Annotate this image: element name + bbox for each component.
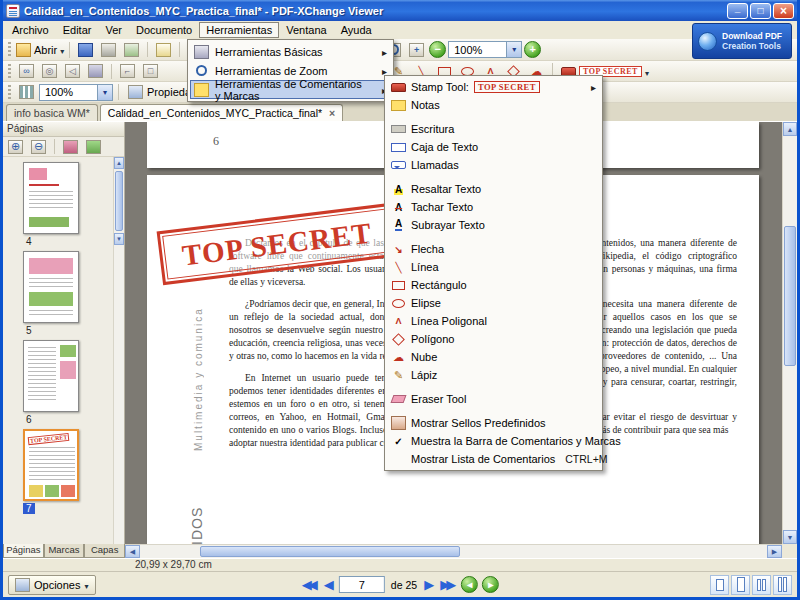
sidebar-tool-button[interactable] — [51, 137, 58, 156]
chevron-down-icon[interactable] — [506, 42, 521, 57]
panel-tab[interactable]: Capas — [84, 544, 125, 558]
menu-item[interactable]: Mostrar Lista de Comentarios CTRL+M — [387, 450, 600, 468]
toolbar-button[interactable] — [176, 40, 183, 59]
scrollbar-track[interactable] — [783, 136, 797, 530]
previous-view-button[interactable] — [461, 576, 478, 593]
page-number-input[interactable] — [339, 576, 385, 593]
thumbnail-page[interactable] — [23, 162, 79, 234]
toolbar-grip[interactable] — [8, 85, 11, 100]
toolbar-button[interactable] — [121, 40, 142, 59]
page-thumbnail[interactable]: 4 — [3, 159, 113, 248]
scroll-up-icon[interactable] — [783, 122, 797, 136]
toolbar-button[interactable] — [406, 40, 427, 59]
menu-bar-item[interactable]: Ayuda — [334, 22, 379, 38]
menu-bar-item[interactable]: Ventana — [279, 22, 333, 38]
sidebar-tool-button[interactable] — [28, 137, 49, 156]
panel-tab[interactable]: Páginas — [3, 544, 44, 558]
single-page-layout-button[interactable] — [710, 575, 729, 595]
continuous-facing-layout-button[interactable] — [773, 575, 792, 595]
chevron-down-icon[interactable] — [97, 85, 112, 100]
scroll-down-icon[interactable] — [114, 233, 124, 245]
sidebar-tool-button[interactable] — [83, 137, 104, 156]
secondary-zoom-combo[interactable]: 100% — [39, 84, 113, 101]
zoom-in-button[interactable] — [524, 41, 541, 58]
toolbar-button[interactable] — [75, 40, 96, 59]
menu-item[interactable]: Caja de Texto — [387, 138, 600, 156]
menu-bar-item[interactable]: Documento — [129, 22, 199, 38]
menu-bar-item[interactable]: Ver — [98, 22, 129, 38]
menu-bar-item[interactable]: Editar — [56, 22, 99, 38]
toolbar-button[interactable] — [153, 40, 174, 59]
menu-item[interactable]: Herramientas de Comentarios y Marcas — [190, 80, 391, 99]
zoom-combo[interactable]: 100% — [448, 41, 522, 58]
scroll-left-icon[interactable] — [125, 545, 140, 558]
menu-item[interactable]: Nube — [387, 348, 600, 366]
menu-item[interactable]: Lápiz — [387, 366, 600, 384]
menu-item[interactable]: Llamadas — [387, 156, 600, 174]
menu-item[interactable]: Herramientas Básicas — [190, 42, 391, 61]
scrollbar-thumb[interactable] — [784, 226, 796, 366]
toolbar-button[interactable] — [144, 40, 151, 59]
menu-item[interactable]: Polígono — [387, 330, 600, 348]
toolbar-grip[interactable] — [8, 42, 11, 57]
tab-close-icon[interactable] — [329, 107, 335, 119]
menu-item[interactable]: Línea Poligonal — [387, 312, 600, 330]
toolbar-button[interactable] — [140, 62, 161, 81]
toolbar-button[interactable] — [16, 83, 37, 102]
last-page-button[interactable] — [439, 578, 457, 591]
thumbnail-page[interactable]: TOP SECRET — [23, 429, 79, 501]
continuous-layout-button[interactable] — [731, 575, 750, 595]
menu-item[interactable]: Notas — [387, 96, 600, 114]
scroll-right-icon[interactable] — [767, 545, 782, 558]
menu-item[interactable]: Escritura — [387, 120, 600, 138]
next-page-button[interactable] — [423, 578, 435, 591]
minimize-button[interactable] — [727, 3, 748, 19]
menu-item[interactable]: Eraser Tool — [387, 390, 600, 408]
zoom-out-button[interactable] — [429, 41, 446, 58]
thumbnail-page[interactable] — [23, 251, 79, 323]
scroll-up-icon[interactable] — [114, 157, 124, 169]
menu-item[interactable]: Elipse — [387, 294, 600, 312]
toolbar-button[interactable] — [85, 62, 106, 81]
maximize-button[interactable] — [750, 3, 771, 19]
toolbar-button[interactable] — [98, 40, 119, 59]
menu-item[interactable]: Subrayar Texto — [387, 216, 600, 234]
menu-item[interactable]: Flecha — [387, 240, 600, 258]
facing-pages-layout-button[interactable] — [752, 575, 771, 595]
previous-page-button[interactable] — [323, 578, 335, 591]
toolbar-button[interactable] — [117, 62, 138, 81]
menu-item[interactable]: Rectángulo — [387, 276, 600, 294]
menu-item[interactable]: Tachar Texto — [387, 198, 600, 216]
toolbar-button[interactable] — [62, 62, 83, 81]
options-button[interactable]: Opciones — [8, 575, 96, 595]
menu-item[interactable]: Muestra la Barra de Comentarios y Marcas — [387, 432, 600, 450]
page-thumbnail[interactable]: TOP SECRET 7 — [3, 426, 113, 515]
open-button[interactable]: Abrir — [16, 40, 64, 59]
sidebar-tool-button[interactable] — [60, 137, 81, 156]
page-thumbnail[interactable]: 5 — [3, 248, 113, 337]
horizontal-scrollbar[interactable] — [125, 544, 782, 558]
first-page-button[interactable] — [301, 578, 319, 591]
scrollbar-thumb[interactable] — [115, 171, 123, 231]
toolbar-button[interactable] — [16, 62, 37, 81]
menu-item[interactable]: Línea — [387, 258, 600, 276]
sidebar-tool-button[interactable] — [5, 137, 26, 156]
close-button[interactable] — [773, 3, 794, 19]
toolbar-grip[interactable] — [8, 64, 11, 79]
document-tab[interactable]: Calidad_en_Contenidos_MYC_Practica_final… — [100, 104, 343, 121]
scrollbar-thumb[interactable] — [200, 546, 460, 557]
download-promo-badge[interactable]: Download PDF Creation Tools — [692, 23, 792, 59]
menu-item[interactable]: Resaltar Texto — [387, 180, 600, 198]
toolbar-button[interactable] — [108, 62, 115, 81]
scroll-down-icon[interactable] — [783, 530, 797, 544]
next-view-button[interactable] — [482, 576, 499, 593]
menu-item[interactable]: Mostrar Sellos Predefinidos — [387, 414, 600, 432]
menu-item[interactable]: Stamp Tool: TOP SECRET — [387, 78, 600, 96]
vertical-scrollbar[interactable] — [782, 122, 797, 544]
thumbnail-page[interactable] — [23, 340, 79, 412]
toolbar-button[interactable] — [39, 62, 60, 81]
menu-bar-item[interactable]: Archivo — [5, 22, 56, 38]
document-tab[interactable]: info basica WM* — [6, 104, 98, 121]
menu-bar-item[interactable]: Herramientas — [199, 22, 279, 38]
page-thumbnail[interactable]: 6 — [3, 337, 113, 426]
